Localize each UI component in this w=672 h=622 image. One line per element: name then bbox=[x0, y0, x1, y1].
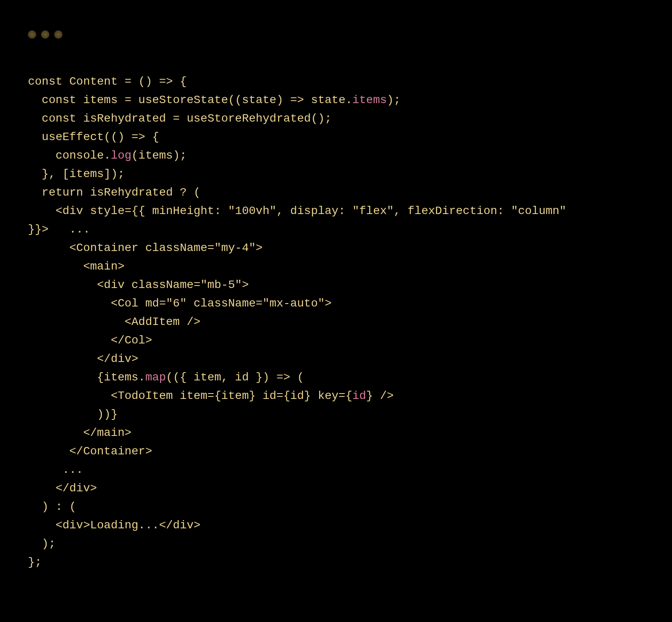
code-token: <div>Loading...</div> bbox=[28, 519, 200, 532]
code-token: log bbox=[111, 149, 131, 162]
code-token: <AddItem /> bbox=[28, 316, 200, 328]
code-token: return bbox=[42, 186, 83, 199]
code-token bbox=[28, 94, 42, 106]
code-token: ))} bbox=[28, 408, 117, 421]
code-token: <main> bbox=[28, 260, 124, 273]
code-token: ); bbox=[28, 537, 55, 550]
code-token: id bbox=[352, 389, 366, 402]
code-token: <Container className="my-4"> bbox=[28, 242, 262, 254]
code-token: map bbox=[145, 371, 166, 384]
code-token: } /> bbox=[366, 389, 394, 402]
code-token: <div style={{ minHeight: "100vh", displa… bbox=[28, 205, 566, 217]
code-token: (items); bbox=[131, 149, 186, 162]
code-token: {items. bbox=[28, 371, 145, 384]
code-token: const bbox=[42, 112, 76, 125]
code-token: isRehydrated = useStoreRehydrated(); bbox=[76, 112, 332, 125]
code-token: </div> bbox=[28, 482, 97, 495]
code-token: ); bbox=[387, 94, 401, 106]
code-token: ) : ( bbox=[28, 500, 76, 513]
code-token: console. bbox=[28, 149, 111, 162]
code-token: </div> bbox=[28, 352, 138, 365]
code-token: items bbox=[352, 94, 387, 106]
code-token: }; bbox=[28, 556, 42, 569]
code-token bbox=[28, 186, 42, 199]
code-token: }, [items]); bbox=[28, 168, 124, 180]
code-token: items = useStoreState((state) => state. bbox=[76, 94, 352, 106]
code-token bbox=[28, 112, 42, 125]
code-token: const bbox=[42, 94, 76, 106]
code-token: </main> bbox=[28, 426, 131, 439]
code-token: ... bbox=[28, 463, 83, 476]
code-token: (({ item, id }) => ( bbox=[166, 371, 304, 384]
window-controls bbox=[28, 30, 62, 39]
zoom-icon[interactable] bbox=[54, 30, 62, 39]
code-token: const bbox=[28, 75, 62, 88]
code-token: useEffect(() => { bbox=[28, 131, 159, 143]
code-token: </Container> bbox=[28, 445, 152, 458]
code-token: }}> ... bbox=[28, 223, 90, 236]
code-token: <div className="mb-5"> bbox=[28, 279, 249, 291]
code-window: const Content = () => { const items = us… bbox=[0, 0, 672, 622]
minimize-icon[interactable] bbox=[41, 30, 49, 39]
code-token: <TodoItem item={item} id={id} key={ bbox=[28, 389, 352, 402]
code-token: Content = () => { bbox=[62, 75, 186, 88]
code-token: <Col md="6" className="mx-auto"> bbox=[28, 297, 331, 310]
close-icon[interactable] bbox=[28, 30, 36, 39]
code-token: </Col> bbox=[28, 334, 152, 347]
code-block[interactable]: const Content = () => { const items = us… bbox=[28, 72, 656, 571]
code-token: isRehydrated ? ( bbox=[83, 186, 200, 199]
